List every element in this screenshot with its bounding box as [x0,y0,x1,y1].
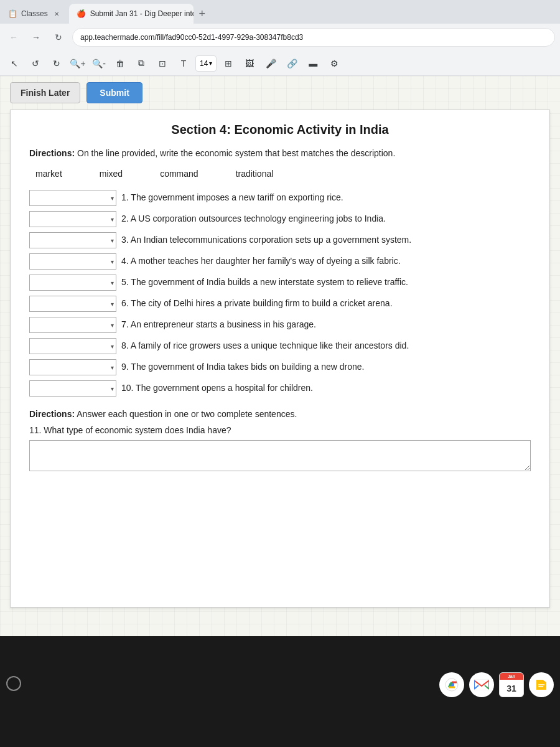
finish-later-button[interactable]: Finish Later [10,82,80,103]
zoom-unit: ▾ [209,60,212,67]
question-text-2: 2. A US corporation outsources technolog… [121,213,531,225]
address-bar-row: ← → ↻ [0,24,560,51]
tab-classes-close[interactable]: ✕ [52,9,62,19]
classes-favicon: 📋 [7,9,17,19]
copy-tool[interactable]: ⧉ [132,54,151,73]
list-item: market mixed command traditional ▾ 9. Th… [29,359,531,375]
answer-dropdown-9[interactable]: market mixed command traditional [29,359,116,375]
list-item: market mixed command traditional ▾ 7. An… [29,317,531,333]
question-text-4: 4. A mother teaches her daughter her fam… [121,255,531,268]
list-item: market mixed command traditional ▾ 3. An… [29,232,531,248]
frame-tool[interactable]: ⊡ [153,54,172,73]
word-traditional: traditional [236,169,274,179]
q11-text: 11. What type of economic system does In… [29,425,531,435]
directions-2: Directions: Answer each question in one … [29,409,531,419]
word-market: market [35,169,62,179]
trash-tool[interactable]: 🗑 [111,54,129,73]
answer-dropdown-4[interactable]: market mixed command traditional [29,253,116,270]
dropdown-wrapper-8: market mixed command traditional ▾ [29,338,116,354]
question-text-3: 3. An Indian telecommunications corporat… [121,234,531,247]
dropdown-wrapper-1: market mixed command traditional ▾ [29,190,116,206]
undo-tool[interactable]: ↺ [26,54,45,73]
list-item: market mixed command traditional ▾ 5. Th… [29,275,531,291]
dropdown-wrapper-6: market mixed command traditional ▾ [29,296,116,312]
word-bank: market mixed command traditional [29,169,531,179]
chrome-taskbar-icon[interactable] [439,672,464,697]
submit-button[interactable]: Submit [86,82,142,103]
dropdown-wrapper-5: market mixed command traditional ▾ [29,275,116,291]
answer-dropdown-7[interactable]: market mixed command traditional [29,317,116,333]
zoom-out-tool[interactable]: 🔍- [90,54,108,73]
worksheet: Section 4: Economic Activity in India Di… [10,110,550,608]
list-item: market mixed command traditional ▾ 4. A … [29,253,531,270]
zoom-in-tool[interactable]: 🔍+ [68,54,87,73]
gmail-taskbar-icon[interactable] [469,672,494,697]
zoom-selector[interactable]: 14 ▾ [195,55,217,72]
back-button[interactable]: ← [5,29,22,46]
cursor-tool[interactable]: ↖ [5,54,24,73]
screen-wrapper: 📋 Classes ✕ 🍎 Submit Jan 31 - Dig Deeper… [0,0,560,747]
files-taskbar-icon[interactable] [529,672,554,697]
settings-tool[interactable]: ⚙ [325,54,343,73]
question-text-7: 7. An entrepreneur starts a business in … [121,319,531,331]
forward-button[interactable]: → [27,29,45,46]
answer-dropdown-1[interactable]: market mixed command traditional [29,190,116,206]
text-tool[interactable]: T [174,54,193,73]
redo-tool[interactable]: ↻ [47,54,66,73]
new-tab-button[interactable]: + [194,5,211,22]
browser-chrome: 📋 Classes ✕ 🍎 Submit Jan 31 - Dig Deeper… [0,0,560,76]
calendar-taskbar-icon[interactable]: Jan 31 [499,672,524,697]
question-text-1: 1. The government imposes a new tariff o… [121,192,531,204]
screen-tool[interactable]: ▬ [304,54,322,73]
answer-dropdown-8[interactable]: market mixed command traditional [29,338,116,354]
list-item: market mixed command traditional ▾ 8. A … [29,338,531,354]
action-bar: Finish Later Submit [0,76,560,110]
svg-rect-2 [474,679,489,690]
page-content: Finish Later Submit Section 4: Economic … [0,76,560,636]
q11-answer-box[interactable] [29,440,531,471]
zoom-value: 14 [200,59,208,68]
back-circle-button[interactable] [6,676,21,691]
word-command: command [160,169,198,179]
answer-dropdown-3[interactable]: market mixed command traditional [29,232,116,248]
answer-dropdown-2[interactable]: market mixed command traditional [29,211,116,227]
answer-dropdown-6[interactable]: market mixed command traditional [29,296,116,312]
tab-active[interactable]: 🍎 Submit Jan 31 - Dig Deeper into ✕ [69,4,194,24]
questions-list: market mixed command traditional ▾ 1. Th… [29,190,531,397]
reload-button[interactable]: ↻ [50,29,67,46]
answer-dropdown-5[interactable]: market mixed command traditional [29,275,116,291]
list-item: market mixed command traditional ▾ 6. Th… [29,296,531,312]
tab-active-label: Submit Jan 31 - Dig Deeper into [90,9,194,18]
tab-classes[interactable]: 📋 Classes ✕ [0,4,69,24]
address-input[interactable] [72,28,555,47]
question-text-9: 9. The government of India takes bids on… [121,361,531,374]
question-text-8: 8. A family of rice growers uses a uniqu… [121,340,531,352]
question-text-6: 6. The city of Delhi hires a private bui… [121,298,531,310]
taskbar: Jan 31 [439,672,554,697]
image-tool[interactable]: 🖼 [240,54,259,73]
tab-bar: 📋 Classes ✕ 🍎 Submit Jan 31 - Dig Deeper… [0,0,560,24]
directions-1: Directions: On the line provided, write … [29,147,531,160]
dropdown-wrapper-10: market mixed command traditional ▾ [29,380,116,397]
dropdown-wrapper-9: market mixed command traditional ▾ [29,359,116,375]
calendar-date: 31 [506,680,516,697]
active-favicon: 🍎 [77,9,86,19]
dropdown-wrapper-7: market mixed command traditional ▾ [29,317,116,333]
link-tool[interactable]: 🔗 [282,54,301,73]
question-text-10: 10. The government opens a hospital for … [121,382,531,395]
list-item: market mixed command traditional ▾ 1. Th… [29,190,531,206]
dropdown-wrapper-3: market mixed command traditional ▾ [29,232,116,248]
answer-dropdown-10[interactable]: market mixed command traditional [29,380,116,397]
list-item: market mixed command traditional ▾ 10. T… [29,380,531,397]
word-mixed: mixed [100,169,123,179]
section-title: Section 4: Economic Activity in India [29,123,531,137]
tab-classes-label: Classes [21,9,48,18]
dropdown-wrapper-2: market mixed command traditional ▾ [29,211,116,227]
list-item: market mixed command traditional ▾ 2. A … [29,211,531,227]
dropdown-wrapper-4: market mixed command traditional ▾ [29,253,116,270]
toolbar-row: ↖ ↺ ↻ 🔍+ 🔍- 🗑 ⧉ ⊡ T 14 ▾ ⊞ 🖼 🎤 🔗 ▬ ⚙ [0,51,560,76]
grid-tool[interactable]: ⊞ [219,54,238,73]
mic-tool[interactable]: 🎤 [261,54,280,73]
question-text-5: 5. The government of India builds a new … [121,276,531,289]
